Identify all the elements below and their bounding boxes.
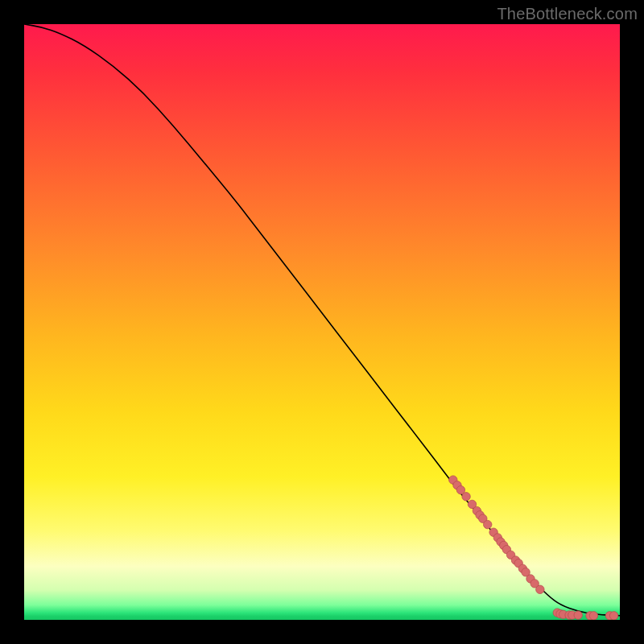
plot-area [24, 24, 620, 620]
data-marker [484, 520, 492, 528]
attribution-text: TheBottleneck.com [497, 5, 638, 23]
data-marker [609, 612, 617, 620]
data-markers [449, 476, 618, 620]
data-marker [536, 585, 544, 593]
data-marker [462, 493, 470, 501]
data-marker [574, 611, 582, 619]
trend-curve [24, 24, 620, 616]
chart-frame: TheBottleneck.com [0, 0, 644, 644]
data-marker [589, 612, 597, 620]
chart-overlay-svg [24, 24, 620, 620]
